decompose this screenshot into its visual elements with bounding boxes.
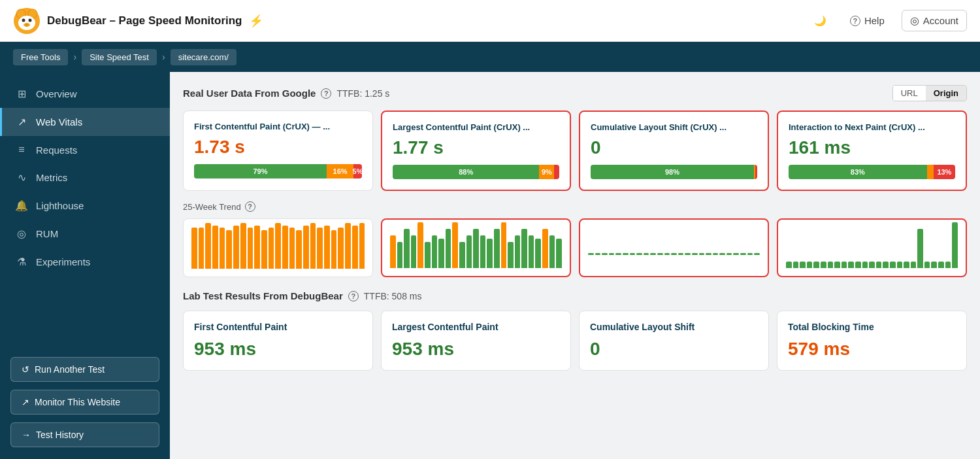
web-vitals-icon: ↗ (15, 116, 28, 128)
sidebar-label-web-vitals: Web Vitals (36, 116, 82, 128)
overview-icon: ⊞ (15, 88, 28, 100)
progress-segment-2-2 (755, 165, 757, 179)
breadcrumb-sep-2: › (162, 52, 165, 62)
top-nav-right: 🌙 ? Help ◎ Account (808, 10, 967, 31)
real-user-metric-card-2[interactable]: Cumulative Layout Shift (CrUX) ...098% (579, 110, 769, 191)
trend-bar-1-12 (473, 229, 479, 268)
app-title: DebugBear – Page Speed Monitoring (47, 14, 242, 27)
url-toggle-button[interactable]: URL (893, 86, 926, 101)
sidebar-item-overview[interactable]: ⊞ Overview (0, 80, 170, 108)
trend-bar-0-0 (191, 228, 197, 269)
breadcrumb-site-url[interactable]: sitecare.com/ (171, 49, 237, 65)
trend-bar-0-13 (282, 226, 288, 269)
trend-bar-2-18 (713, 253, 719, 255)
metric-progress-bar-0: 79%16%5% (194, 164, 362, 178)
trend-bar-1-3 (411, 235, 417, 268)
dark-mode-button[interactable]: 🌙 (808, 11, 833, 31)
metrics-icon: ∿ (15, 171, 28, 184)
sidebar-item-rum[interactable]: ◎ RUM (0, 220, 170, 248)
account-button[interactable]: ◎ Account (902, 10, 967, 31)
trend-bar-3-24 (952, 222, 958, 268)
trend-bar-3-17 (904, 262, 909, 268)
real-user-metric-card-3[interactable]: Interaction to Next Paint (CrUX) ...161 … (777, 110, 967, 191)
trend-bar-3-5 (821, 262, 826, 268)
trend-bar-3-12 (869, 262, 875, 268)
sidebar-item-lighthouse[interactable]: 🔔 Lighthouse (0, 192, 170, 220)
svg-point-7 (25, 24, 28, 26)
trend-bar-3-16 (897, 262, 903, 268)
trend-bar-2-7 (636, 253, 642, 255)
lab-title-text: Lab Test Results From DebugBear (183, 290, 343, 301)
metric-value-3: 161 ms (789, 137, 955, 158)
lab-metric-label-2: Cumulative Layout Shift (590, 322, 758, 332)
run-test-label: Run Another Test (35, 364, 105, 375)
trend-bar-3-1 (793, 262, 799, 268)
history-label: Test History (36, 430, 84, 440)
trend-bar-3-7 (834, 262, 840, 268)
trend-bar-0-6 (233, 226, 239, 269)
trend-bar-3-21 (931, 262, 937, 268)
origin-toggle-button[interactable]: Origin (926, 86, 966, 101)
trend-bar-1-11 (466, 235, 472, 268)
trend-bar-0-19 (324, 226, 330, 269)
help-button[interactable]: ? Help (843, 11, 891, 30)
metric-progress-bar-1: 88%9% (393, 165, 559, 179)
sidebar-label-lighthouse: Lighthouse (36, 200, 84, 211)
trend-chart-3 (777, 218, 967, 277)
trend-bar-2-0 (588, 253, 594, 255)
trend-bar-2-4 (615, 253, 621, 255)
trend-bar-3-8 (841, 262, 847, 268)
trend-bar-0-12 (275, 223, 281, 269)
trend-bar-0-1 (199, 228, 204, 269)
trend-bar-2-1 (595, 253, 601, 255)
sidebar-item-requests[interactable]: ≡ Requests (0, 136, 170, 163)
trend-bar-2-19 (719, 253, 725, 255)
trend-bar-0-3 (212, 226, 218, 269)
sidebar-label-experiments: Experiments (36, 256, 90, 267)
trend-bar-2-20 (727, 253, 732, 255)
progress-segment-0-0: 79% (194, 164, 327, 178)
real-user-metric-card-0[interactable]: First Contentful Paint (CrUX) — ...1.73 … (183, 110, 373, 191)
trend-bar-3-14 (883, 262, 889, 268)
svg-point-4 (22, 18, 25, 22)
sidebar-item-web-vitals[interactable]: ↗ Web Vitals (0, 108, 170, 136)
help-circle-icon: ? (850, 16, 860, 26)
lab-title: Lab Test Results From DebugBear ? TTFB: … (183, 290, 421, 301)
trend-bar-2-2 (602, 253, 608, 255)
experiments-icon: ⚗ (15, 256, 28, 268)
trend-bar-1-1 (397, 242, 403, 268)
requests-icon: ≡ (15, 144, 28, 156)
sidebar-item-metrics[interactable]: ∿ Metrics (0, 163, 170, 192)
breadcrumb-free-tools[interactable]: Free Tools (13, 49, 68, 65)
trend-bar-1-2 (404, 229, 410, 268)
trend-bar-0-10 (261, 230, 267, 269)
real-user-title: Real User Data From Google ? TTFB: 1.25 … (183, 88, 389, 99)
test-history-button[interactable]: → Test History (10, 422, 159, 447)
trend-bar-0-2 (205, 223, 211, 269)
trend-bar-1-24 (556, 239, 562, 268)
trend-bar-3-6 (828, 262, 834, 268)
logo-icon (13, 7, 41, 35)
trend-bar-0-5 (226, 230, 232, 269)
run-another-test-button[interactable]: ↺ Run Another Test (10, 357, 159, 382)
lab-metric-card-0[interactable]: First Contentful Paint953 ms (183, 311, 373, 371)
lab-cards-grid: First Contentful Paint953 msLargest Cont… (183, 311, 967, 371)
lab-help-icon[interactable]: ? (348, 291, 359, 301)
sidebar-item-experiments[interactable]: ⚗ Experiments (0, 248, 170, 276)
trend-charts-grid (183, 218, 967, 277)
real-user-help-icon[interactable]: ? (321, 88, 331, 99)
trend-help-icon[interactable]: ? (245, 201, 255, 212)
trend-bar-0-15 (296, 230, 302, 269)
metric-label-3: Interaction to Next Paint (CrUX) ... (789, 122, 955, 132)
lab-metric-card-1[interactable]: Largest Contentful Paint953 ms (381, 311, 571, 371)
real-user-metric-card-1[interactable]: Largest Contentful Paint (CrUX) ...1.77 … (381, 110, 571, 191)
trend-bar-3-10 (855, 262, 861, 268)
trend-chart-0 (183, 218, 373, 277)
trend-bar-1-21 (535, 239, 541, 268)
lab-metric-card-2[interactable]: Cumulative Layout Shift0 (579, 311, 769, 371)
monitor-website-button[interactable]: ↗ Monitor This Website (10, 390, 159, 415)
trend-bar-2-15 (692, 253, 698, 255)
lab-metric-card-3[interactable]: Total Blocking Time579 ms (777, 311, 967, 371)
breadcrumb-site-speed-test[interactable]: Site Speed Test (82, 49, 157, 65)
trend-bar-2-6 (630, 253, 636, 255)
